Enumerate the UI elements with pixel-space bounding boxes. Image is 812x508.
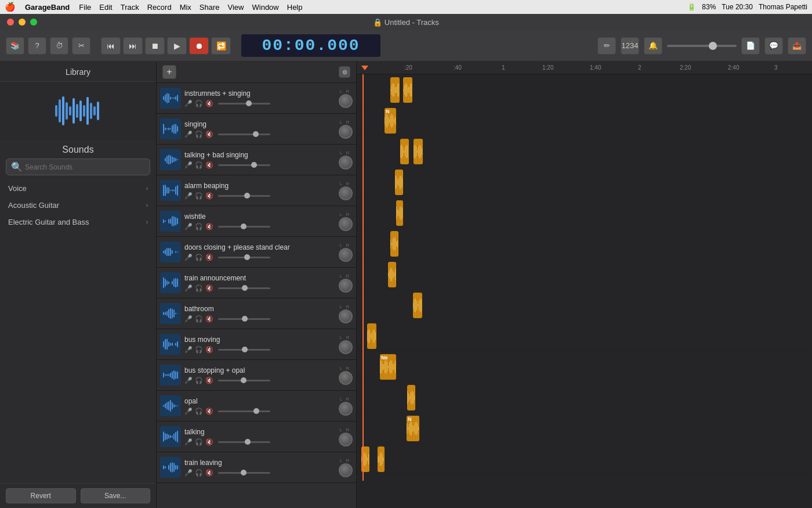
track-row[interactable]: wishtle 🎤 🎧 🔇 L R: [157, 206, 356, 237]
audio-clip[interactable]: [388, 262, 396, 287]
scissors-button[interactable]: ✂: [72, 37, 90, 55]
share-panel-button[interactable]: 📤: [788, 37, 806, 55]
mute-icon[interactable]: 🔇: [205, 408, 213, 415]
headphone-icon[interactable]: 🎧: [195, 438, 203, 446]
headphone-icon[interactable]: 🎧: [195, 223, 203, 230]
headphone-icon[interactable]: 🎧: [195, 100, 203, 107]
audio-clip[interactable]: [403, 77, 412, 103]
track-volume-slider[interactable]: [218, 164, 270, 166]
track-volume-slider[interactable]: [218, 441, 270, 443]
headphone-icon[interactable]: 🎧: [195, 315, 203, 323]
mute-icon[interactable]: 🔇: [205, 100, 213, 107]
audio-clip[interactable]: [395, 170, 403, 195]
audio-clip[interactable]: [413, 293, 422, 318]
menu-help[interactable]: Help: [287, 3, 303, 12]
track-volume-slider[interactable]: [218, 226, 270, 228]
mute-icon[interactable]: 🔇: [205, 161, 213, 169]
track-row[interactable]: doors closing + please stand clear 🎤 🎧 🔇…: [157, 237, 356, 268]
mic-icon[interactable]: 🎤: [184, 377, 193, 384]
score-button[interactable]: 📄: [741, 37, 760, 55]
master-volume-slider[interactable]: [667, 45, 737, 47]
headphone-icon[interactable]: 🎧: [195, 408, 203, 415]
mic-icon[interactable]: 🎤: [184, 469, 193, 477]
pencil-button[interactable]: ✏: [597, 37, 616, 55]
menu-file[interactable]: File: [79, 3, 91, 12]
maximize-button[interactable]: [30, 19, 37, 26]
track-row[interactable]: talking 🎤 🎧 🔇 L R: [157, 421, 356, 452]
menu-edit[interactable]: Edit: [99, 3, 112, 12]
fast-forward-button[interactable]: ⏭: [123, 37, 143, 55]
mic-icon[interactable]: 🎤: [184, 284, 193, 292]
audio-clip[interactable]: [400, 139, 409, 164]
track-pan-knob[interactable]: [339, 371, 353, 385]
mic-icon[interactable]: 🎤: [184, 315, 193, 323]
menu-window[interactable]: Window: [252, 3, 279, 12]
track-pan-knob[interactable]: [339, 463, 353, 477]
headphone-icon[interactable]: 🎧: [195, 469, 203, 477]
track-volume-slider[interactable]: [218, 134, 270, 135]
audio-clip[interactable]: [367, 323, 376, 349]
rewind-button[interactable]: ⏮: [101, 37, 121, 55]
mute-icon[interactable]: 🔇: [205, 131, 213, 138]
mic-icon[interactable]: 🎤: [184, 131, 193, 138]
mute-icon[interactable]: 🔇: [205, 377, 213, 384]
track-pan-knob[interactable]: [339, 248, 353, 262]
track-row[interactable]: train leaving 🎤 🎧 🔇 L R: [157, 452, 356, 483]
stop-button[interactable]: ⏹: [145, 37, 165, 55]
track-pan-knob[interactable]: [339, 402, 353, 416]
search-input[interactable]: [25, 163, 145, 171]
mute-icon[interactable]: 🔇: [205, 315, 213, 323]
mic-icon[interactable]: 🎤: [184, 192, 193, 200]
track-pan-knob[interactable]: [339, 186, 353, 200]
search-box[interactable]: 🔍: [6, 158, 150, 175]
mic-icon[interactable]: 🎤: [184, 100, 193, 107]
mic-icon[interactable]: 🎤: [184, 161, 193, 169]
sidebar-item-electric-guitar[interactable]: Electric Guitar and Bass ›: [0, 214, 156, 230]
track-pan-knob[interactable]: [339, 217, 353, 231]
minimize-button[interactable]: [19, 19, 26, 26]
track-row[interactable]: bus moving 🎤 🎧 🔇 L R: [157, 329, 356, 360]
record-button[interactable]: ⏺: [189, 37, 209, 55]
audio-clip[interactable]: Ne: [380, 354, 396, 380]
timeline-scroll[interactable]: NNeN: [357, 74, 812, 508]
metronome-button[interactable]: 🔔: [644, 37, 662, 55]
revert-button[interactable]: Revert: [6, 488, 76, 503]
track-row[interactable]: alarm beaping 🎤 🎧 🔇 L R: [157, 175, 356, 206]
track-pan-knob[interactable]: [339, 340, 353, 354]
track-pan-knob[interactable]: [339, 309, 353, 323]
mic-icon[interactable]: 🎤: [184, 346, 193, 354]
headphone-icon[interactable]: 🎧: [195, 377, 203, 384]
mute-icon[interactable]: 🔇: [205, 284, 213, 292]
track-pan-knob[interactable]: [339, 433, 353, 446]
mic-icon[interactable]: 🎤: [184, 254, 193, 261]
menu-record[interactable]: Record: [147, 3, 172, 12]
save-button[interactable]: Save...: [81, 488, 151, 503]
add-track-button[interactable]: +: [162, 65, 176, 79]
mute-icon[interactable]: 🔇: [205, 223, 213, 230]
track-volume-slider[interactable]: [218, 287, 270, 289]
apple-menu[interactable]: 🍎: [5, 2, 16, 12]
track-volume-slider[interactable]: [218, 472, 270, 474]
notes-button[interactable]: 💬: [764, 37, 783, 55]
track-row[interactable]: train announcement 🎤 🎧 🔇 L R: [157, 268, 356, 298]
headphone-icon[interactable]: 🎧: [195, 131, 203, 138]
track-volume-slider[interactable]: [218, 103, 270, 105]
library-button[interactable]: 📚: [6, 37, 24, 55]
track-row[interactable]: instrumnets + singing 🎤 🎧 🔇 L R: [157, 83, 356, 114]
track-pan-knob[interactable]: [339, 94, 353, 108]
menu-track[interactable]: Track: [121, 3, 139, 12]
app-name[interactable]: GarageBand: [25, 3, 70, 12]
track-row[interactable]: singing 🎤 🎧 🔇 L R: [157, 114, 356, 145]
mute-icon[interactable]: 🔇: [205, 254, 213, 261]
mute-icon[interactable]: 🔇: [205, 438, 213, 446]
history-button[interactable]: ⏱: [50, 37, 68, 55]
track-volume-slider[interactable]: [218, 349, 270, 351]
close-button[interactable]: [7, 19, 14, 26]
audio-clip[interactable]: [390, 231, 398, 257]
mic-icon[interactable]: 🎤: [184, 408, 193, 415]
audio-clip[interactable]: [390, 77, 400, 103]
mute-icon[interactable]: 🔇: [205, 469, 213, 477]
mute-icon[interactable]: 🔇: [205, 192, 213, 200]
track-pan-knob[interactable]: [339, 156, 353, 170]
track-pan-knob[interactable]: [339, 125, 353, 139]
